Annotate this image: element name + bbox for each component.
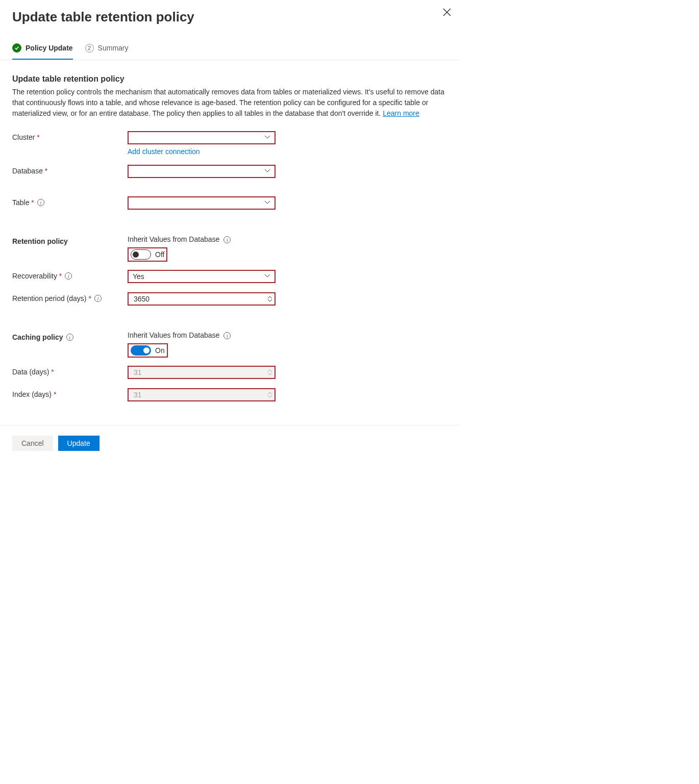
retention-inherit-toggle-wrap: Off xyxy=(128,247,167,262)
tab-policy-update[interactable]: Policy Update xyxy=(12,43,73,60)
info-icon[interactable]: i xyxy=(65,272,72,280)
retention-period-input[interactable] xyxy=(133,294,270,304)
tab-summary[interactable]: 2 Summary xyxy=(85,43,129,60)
recoverability-label: Recoverability * xyxy=(12,272,62,280)
info-icon[interactable]: i xyxy=(94,295,102,302)
intro-description: The retention policy controls the mechan… xyxy=(12,87,447,119)
chevron-down-icon xyxy=(264,199,270,207)
caching-inherit-toggle[interactable] xyxy=(131,345,151,356)
close-button[interactable] xyxy=(440,5,454,19)
caching-inherit-label: Inherit Values from Database xyxy=(128,331,219,339)
cluster-dropdown[interactable] xyxy=(128,131,276,144)
step-number-icon: 2 xyxy=(85,44,94,53)
caching-inherit-state: On xyxy=(155,346,165,355)
tab-policy-update-label: Policy Update xyxy=(26,44,73,52)
retention-policy-heading: Retention policy xyxy=(12,237,68,245)
retention-period-label: Retention period (days) * xyxy=(12,294,91,302)
spinner-icon xyxy=(267,369,272,375)
retention-inherit-state: Off xyxy=(155,250,164,259)
table-dropdown[interactable] xyxy=(128,196,276,210)
intro-heading: Update table retention policy xyxy=(12,74,447,84)
cancel-button[interactable]: Cancel xyxy=(12,436,53,451)
info-icon[interactable]: i xyxy=(37,199,44,206)
index-days-label: Index (days) * xyxy=(12,390,56,398)
info-icon[interactable]: i xyxy=(223,236,231,243)
info-icon[interactable]: i xyxy=(66,334,73,341)
recoverability-dropdown[interactable]: Yes xyxy=(128,270,276,283)
footer: Cancel Update xyxy=(0,425,459,461)
page-title: Update table retention policy xyxy=(0,0,459,43)
info-icon[interactable]: i xyxy=(223,332,231,339)
retention-inherit-label: Inherit Values from Database xyxy=(128,235,219,243)
retention-period-input-wrap xyxy=(128,292,276,306)
index-days-input xyxy=(133,390,270,399)
database-label: Database * xyxy=(12,167,47,175)
close-icon xyxy=(443,8,451,16)
wizard-tabs: Policy Update 2 Summary xyxy=(0,43,459,60)
spinner-icon xyxy=(267,392,272,398)
data-days-label: Data (days) * xyxy=(12,368,54,376)
caching-inherit-toggle-wrap: On xyxy=(128,343,168,358)
database-dropdown[interactable] xyxy=(128,165,276,178)
checkmark-icon xyxy=(12,43,21,53)
caching-policy-heading: Caching policy xyxy=(12,333,63,341)
add-cluster-connection-link[interactable]: Add cluster connection xyxy=(128,147,200,156)
index-days-input-wrap xyxy=(128,388,276,401)
data-days-input-wrap xyxy=(128,366,276,379)
table-label: Table * xyxy=(12,198,34,207)
tab-summary-label: Summary xyxy=(98,44,129,52)
retention-inherit-toggle[interactable] xyxy=(131,249,151,260)
learn-more-link[interactable]: Learn more xyxy=(383,109,419,117)
chevron-down-icon xyxy=(264,167,270,175)
cluster-label: Cluster * xyxy=(12,133,40,141)
chevron-down-icon xyxy=(264,134,270,142)
update-button[interactable]: Update xyxy=(58,436,99,451)
data-days-input xyxy=(133,368,270,377)
spinner-icon[interactable] xyxy=(267,296,272,302)
